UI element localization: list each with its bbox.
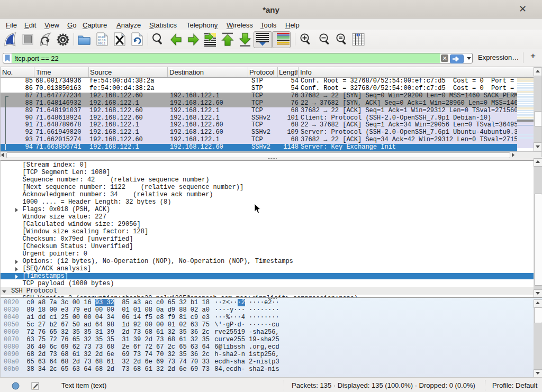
svg-text:0011: 0011 (98, 42, 106, 45)
